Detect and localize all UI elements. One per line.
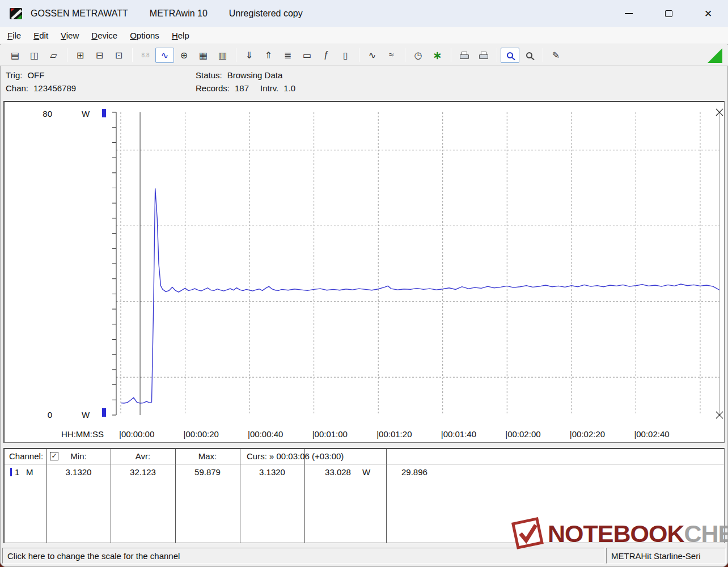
row-cursor1-value: 3.1320	[240, 467, 304, 477]
window-digital-button[interactable]: ⊞	[71, 48, 90, 63]
annotation-button[interactable]: ✎	[547, 48, 565, 63]
yt-chart-icon: ∿	[161, 50, 168, 61]
chan-value: 123456789	[33, 83, 76, 93]
window-list-button[interactable]: ⊡	[109, 48, 128, 63]
curve-cut-icon: ∿	[369, 50, 376, 61]
channel-marker-bottom[interactable]	[102, 408, 106, 417]
window-analog-button[interactable]: ⊟	[90, 48, 109, 63]
app-logo-icon	[9, 6, 24, 21]
app-window: GOSSEN METRAWATT METRAwin 10 Unregistere…	[0, 0, 728, 567]
zoom-reset-button[interactable]	[520, 48, 539, 63]
minimize-button[interactable]	[609, 0, 649, 27]
trigger-status: Trig:OFF	[6, 70, 44, 80]
toolbar-separator	[497, 48, 497, 62]
device-settings-button[interactable]: ≣	[278, 48, 297, 63]
chan-label: Chan:	[6, 83, 28, 93]
toolbar-separator	[236, 48, 236, 62]
maximize-button[interactable]	[649, 0, 688, 27]
trig-label: Trig:	[6, 70, 22, 80]
header-min: Min:	[46, 451, 111, 461]
menu-item-file[interactable]: File	[1, 27, 27, 44]
window-controls: ✕	[609, 0, 728, 27]
live-record-button[interactable]: ∗	[428, 48, 447, 63]
column-divider	[175, 449, 176, 543]
window-list-icon: ⊡	[115, 50, 122, 61]
row-cursor2-unit: W	[362, 467, 370, 477]
channel-status: Chan:123456789	[6, 83, 76, 93]
curve-cut-button[interactable]: ∿	[363, 48, 382, 63]
records-label: Records:	[196, 83, 230, 93]
power-chart[interactable]	[109, 108, 723, 423]
menu-item-device[interactable]: Device	[85, 27, 124, 44]
toolbar-separator	[451, 48, 451, 62]
xy-scope-button[interactable]: ⊕	[175, 48, 193, 63]
app-status: Status:Browsing Data	[196, 70, 282, 80]
x-tick-label: |00:00:20	[184, 429, 219, 439]
y-axis-max-label: 80	[33, 109, 52, 119]
row-avr-value: 32.123	[111, 467, 175, 477]
device-memory-button[interactable]: ▯	[336, 48, 355, 63]
open-folder-button[interactable]: ▱	[44, 48, 63, 63]
bargraph-view-button[interactable]: ▥	[213, 48, 232, 63]
x-tick-label: |00:02:20	[570, 429, 605, 439]
menu-item-help[interactable]: Help	[166, 27, 196, 44]
row-min-value: 3.1320	[46, 467, 111, 477]
open-folder-icon: ▱	[50, 50, 57, 61]
open-file-button[interactable]: ▤	[6, 48, 24, 63]
x-tick-label: |00:01:20	[376, 429, 412, 439]
row-delta-value: 29.896	[401, 467, 428, 477]
channel-marker-top[interactable]	[102, 109, 106, 117]
x-tick-label: |00:01:40	[441, 429, 476, 439]
curve-compress-button[interactable]: ≈	[382, 48, 401, 63]
bargraph-view-icon: ▥	[218, 50, 227, 61]
statusbar-device: METRAHit Starline-Seri	[606, 548, 726, 564]
menu-item-edit[interactable]: Edit	[27, 27, 54, 44]
column-divider	[46, 449, 47, 543]
toolbar: ▤◫▱⊞⊟⊡8.8∿⊕▦▥⇓⇑≣▭ƒ▯∿≈◷∗✎	[0, 45, 728, 66]
zoom-curve-button[interactable]	[501, 48, 519, 63]
interval-label: Intrv.	[260, 83, 278, 93]
records-status: Records:187Intrv.1.0	[196, 83, 295, 93]
function-icon: ƒ	[324, 50, 329, 60]
toolbar-separator	[543, 48, 543, 62]
menu-item-options[interactable]: Options	[124, 27, 166, 44]
toolbar-separator	[67, 48, 67, 62]
function-button[interactable]: ƒ	[317, 48, 336, 63]
records-value: 187	[235, 83, 249, 93]
save-file-button[interactable]: ◫	[25, 48, 44, 63]
curve-compress-icon: ≈	[389, 50, 394, 60]
table-view-button[interactable]: ▦	[194, 48, 213, 63]
chart-panel: 80 W 0 W HH:MM:SS |00:00:00|00:00:20|00:…	[3, 101, 725, 443]
numeric-display-button: 8.8	[136, 48, 155, 63]
read-device-button[interactable]: ⇓	[240, 48, 259, 63]
monitor-icon: ▭	[303, 50, 311, 61]
close-button[interactable]: ✕	[688, 0, 728, 27]
row-channel-number: 1	[15, 467, 19, 477]
column-divider	[304, 449, 305, 543]
yt-chart-button[interactable]: ∿	[155, 48, 174, 63]
trig-value: OFF	[27, 70, 44, 80]
statusbar-hint[interactable]: Click here to change the scale for the c…	[2, 548, 604, 564]
header-max: Max:	[175, 451, 240, 461]
x-tick-label: |00:01:00	[312, 429, 348, 439]
minimize-icon	[625, 13, 633, 14]
clock-button[interactable]: ◷	[409, 48, 428, 63]
header-avr: Avr:	[111, 451, 175, 461]
table-view-icon: ▦	[199, 50, 208, 61]
printer-icon	[460, 52, 469, 59]
close-icon: ✕	[704, 9, 712, 19]
print-preview-button[interactable]	[474, 48, 493, 63]
monitor-button[interactable]: ▭	[298, 48, 316, 63]
header-cursor: Curs: » 00:03:06 (+03:00)	[247, 451, 344, 461]
toolbar-separator	[132, 48, 133, 62]
column-divider	[111, 449, 111, 543]
measurement-table: Channel: ✓ Min: Avr: Max: Curs: » 00:03:…	[3, 448, 725, 543]
send-device-button[interactable]: ⇑	[259, 48, 278, 63]
menu-bar: FileEditViewDeviceOptionsHelp	[0, 27, 728, 44]
menu-item-view[interactable]: View	[54, 27, 85, 44]
title-bar: GOSSEN METRAWATT METRAwin 10 Unregistere…	[0, 0, 728, 27]
row-channel-mode: M	[26, 467, 33, 477]
window-analog-icon: ⊟	[96, 50, 103, 61]
header-divider	[5, 464, 724, 464]
print-button[interactable]	[455, 48, 473, 63]
